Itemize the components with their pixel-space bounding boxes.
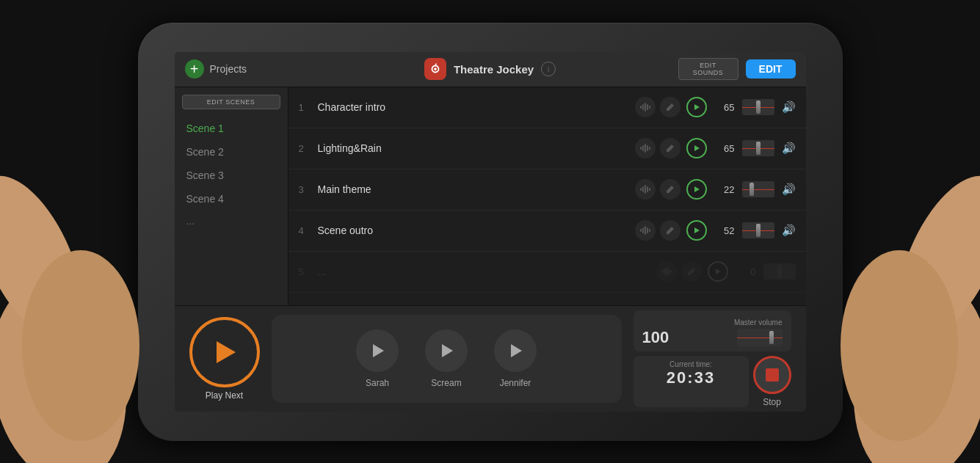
info-button[interactable]: i [541,62,556,76]
edit-sounds-button[interactable]: EDIT SOUNDS [678,58,738,80]
svg-marker-40 [373,344,384,357]
svg-rect-35 [666,267,667,276]
play-icon [693,227,700,234]
tablet-screen: + Projects Theatre Jockey i [175,52,806,412]
row-name: Main theme [312,183,635,195]
scene-icon-wave [635,138,656,158]
current-time-section: Current time: 20:33 [634,356,749,407]
master-volume-label: Master volume [734,318,783,327]
row-name: Scene outro [312,225,635,236]
row-play-button[interactable] [686,97,707,117]
svg-marker-20 [694,145,700,151]
quick-play-label-jennifer: Jennifer [500,378,531,388]
row-volume: 52 [713,225,735,236]
sidebar-item-scene2[interactable]: Scene 2 [175,140,288,164]
svg-rect-27 [640,229,642,232]
scene-icon-edit-inactive [681,261,702,282]
pencil-icon [666,185,675,194]
row-num: 1 [299,102,312,113]
row-play-button[interactable] [686,179,707,200]
play-icon [369,343,385,359]
pencil-icon [666,226,675,235]
header-center: Theatre Jockey i [302,58,678,80]
svg-point-2 [22,250,139,441]
sidebar-item-scene1[interactable]: Scene 1 [175,117,288,140]
sidebar-item-scene3[interactable]: Scene 3 [175,164,288,187]
quick-play-label-scream: Scream [431,378,461,388]
row-volume: 65 [713,102,735,113]
current-time-label: Current time: [669,360,712,368]
quick-play-button-sarah[interactable] [356,329,399,372]
current-time-value: 20:33 [667,368,715,387]
quick-play-item-sarah: Sarah [356,329,399,388]
scene-icon-edit [660,220,680,241]
stop-button-container: Stop [753,356,791,407]
svg-rect-15 [640,147,642,150]
master-volume-fader[interactable] [737,329,783,346]
master-volume-section: Master volume 100 [634,310,791,351]
scene-icon-edit [660,97,680,117]
main-content: EDIT SCENES Scene 1 Scene 2 Scene 3 Scen… [175,87,806,305]
row-play-button-inactive[interactable] [708,261,728,282]
svg-rect-11 [645,103,646,112]
svg-rect-17 [645,144,646,153]
scene-icon-wave [656,261,677,282]
app-icon [424,58,446,80]
svg-rect-21 [640,188,642,191]
stop-button[interactable] [753,356,791,394]
svg-rect-12 [647,104,648,110]
svg-rect-23 [645,185,646,194]
left-hand [0,125,191,463]
row-num: 2 [299,143,312,154]
waveform-icon [640,102,650,112]
edit-scenes-button[interactable]: EDIT SCENES [182,95,280,109]
quick-play-button-jennifer[interactable] [494,329,537,372]
scene-table: 1 Character intro [288,87,806,305]
row-fader[interactable] [742,140,774,156]
right-hand [789,125,980,463]
svg-rect-22 [642,186,644,192]
row-fader[interactable] [742,222,774,238]
svg-marker-38 [716,269,721,274]
table-row: 3 Main theme [288,169,806,211]
projects-label: Projects [210,63,247,75]
sidebar-more: ... [175,211,288,231]
play-icon [693,145,700,152]
play-next-label: Play Next [206,390,243,401]
svg-rect-36 [668,269,669,274]
play-next-button[interactable] [189,317,260,387]
quick-play-button-scream[interactable] [425,329,468,372]
play-next-container: Play Next [189,317,260,401]
svg-marker-39 [217,341,236,363]
svg-rect-24 [647,186,648,192]
row-fader[interactable] [742,181,774,197]
app-title: Theatre Jockey [454,63,534,76]
quick-play-item-jennifer: Jennifer [494,329,537,388]
svg-marker-14 [694,104,700,110]
row-name: Character intro [312,101,635,113]
row-play-button[interactable] [686,220,707,241]
header-right: EDIT SOUNDS EDIT [678,58,796,80]
pencil-icon [666,103,675,112]
svg-marker-32 [694,227,700,233]
svg-rect-25 [649,188,650,191]
svg-rect-9 [640,106,642,109]
edit-button[interactable]: EDIT [746,59,796,79]
scene-icon-wave [635,97,656,117]
row-play-button[interactable] [686,138,707,158]
row-volume: 65 [713,143,735,154]
right-panel: Master volume 100 Curr [634,310,791,407]
quick-play-label-sarah: Sarah [366,378,389,388]
row-num: 5 [299,266,312,277]
row-name: Lighting&Rain [312,142,635,154]
tablet-frame: + Projects Theatre Jockey i [138,23,843,441]
sidebar-item-scene4[interactable]: Scene 4 [175,187,288,211]
add-project-button[interactable]: + [185,59,204,79]
scene-icon-wave [635,179,656,200]
svg-rect-13 [649,106,650,109]
master-volume-value: 100 [642,328,669,347]
waveform-icon [640,225,650,236]
svg-rect-28 [642,227,644,233]
svg-marker-41 [442,344,453,357]
row-fader[interactable] [742,99,774,115]
